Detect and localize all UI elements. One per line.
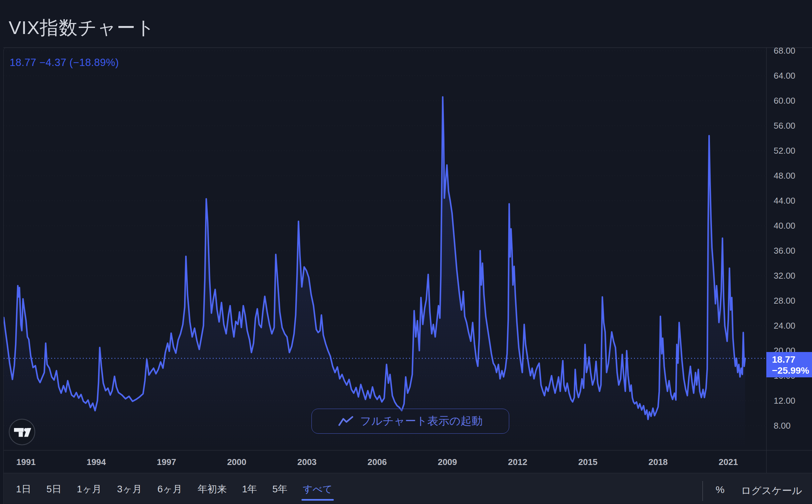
range-tab-3ヶ月[interactable]: 3ヶ月 (117, 483, 142, 496)
y-axis-label: 60.00 (774, 96, 795, 106)
vix-area-fill (4, 97, 745, 450)
range-tab-6ヶ月[interactable]: 6ヶ月 (157, 483, 182, 496)
y-axis-label: 56.00 (774, 121, 795, 131)
range-tab-年初来[interactable]: 年初来 (198, 483, 227, 496)
log-scale-button[interactable]: ログスケール (741, 484, 802, 498)
y-axis-label: 68.00 (774, 46, 795, 56)
launch-full-chart-button[interactable]: フルチャート表示の起動 (311, 409, 509, 434)
y-axis-label: 52.00 (774, 146, 795, 156)
tradingview-logo[interactable] (9, 419, 35, 445)
x-axis-label: 2000 (227, 457, 246, 467)
range-tab-5日[interactable]: 5日 (46, 483, 61, 496)
last-price-label: 18.77 −25.99% (766, 352, 812, 377)
y-axis-label: 28.00 (774, 296, 795, 306)
x-axis-label: 1997 (157, 457, 176, 467)
y-axis-label: 48.00 (774, 171, 795, 181)
range-tab-1年[interactable]: 1年 (242, 483, 257, 496)
time-range-tabs: 1日5日1ヶ月3ヶ月6ヶ月年初来1年5年すべて (16, 480, 332, 499)
y-axis-label: 24.00 (774, 321, 795, 331)
y-axis-label: 12.00 (774, 396, 795, 406)
x-axis-label: 2006 (367, 457, 387, 467)
y-axis-label: 64.00 (774, 71, 795, 81)
x-axis-label: 1994 (87, 457, 106, 467)
x-axis-label: 2012 (508, 457, 527, 467)
x-axis-label: 1991 (16, 457, 36, 467)
vix-line (4, 97, 745, 420)
symbol-legend-values: 18.77 −4.37 (−18.89%) (10, 57, 119, 69)
range-tab-すべて[interactable]: すべて (303, 483, 332, 496)
y-axis-label: 40.00 (774, 221, 795, 231)
y-axis-label: 36.00 (774, 246, 795, 256)
range-tab-1日[interactable]: 1日 (16, 483, 31, 496)
last-price-change: −25.99% (772, 365, 812, 376)
x-axis-label: 2003 (297, 457, 316, 467)
y-axis-label: 32.00 (774, 271, 795, 281)
range-tab-5年[interactable]: 5年 (272, 483, 287, 496)
logo-t-leg (19, 432, 23, 437)
x-axis-label: 2018 (648, 457, 668, 467)
last-price-value: 18.77 (772, 354, 812, 365)
y-axis-label: 44.00 (774, 196, 795, 206)
grid-lines (4, 51, 766, 426)
line-chart-zigzag-icon (338, 416, 353, 427)
x-axis-label: 2021 (719, 457, 738, 467)
x-axis-label: 2015 (578, 457, 598, 467)
percent-scale-button[interactable]: % (716, 484, 725, 495)
x-axis-label: 2009 (438, 457, 457, 467)
y-axis-label: 8.00 (774, 421, 791, 431)
toolbar-divider (702, 481, 703, 501)
range-tab-1ヶ月[interactable]: 1ヶ月 (77, 483, 102, 496)
launch-full-chart-label: フルチャート表示の起動 (360, 414, 483, 429)
logo-t-bar (14, 428, 24, 432)
